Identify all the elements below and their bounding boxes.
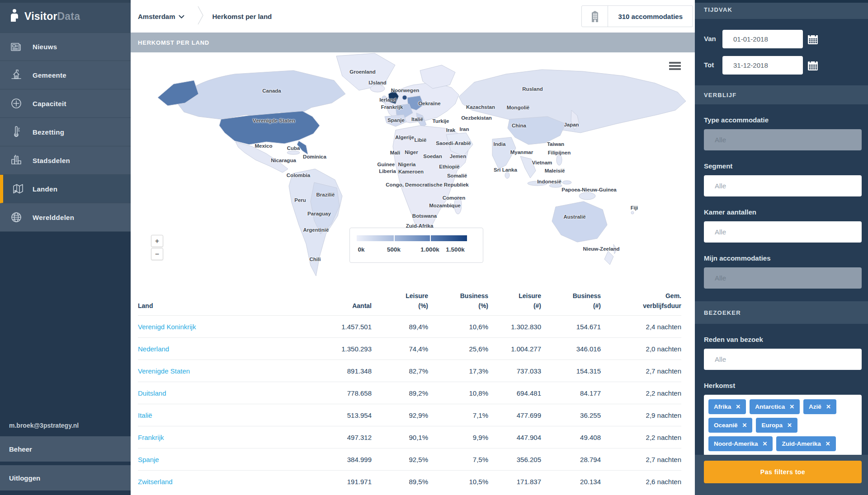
- cell-value: 36.255: [541, 404, 601, 426]
- country-link[interactable]: Verenigde Staten: [138, 367, 190, 375]
- map-country-label: Verenigde Staten: [253, 118, 295, 123]
- cell-value: 737.033: [488, 360, 541, 382]
- cell-value: 89,5%: [372, 471, 428, 493]
- map-country-label: Nieuw-Zeeland: [583, 246, 619, 252]
- chart-context-menu-icon[interactable]: [669, 62, 681, 70]
- herkomst-tag-label: Oceanië: [714, 422, 738, 429]
- remove-tag-icon[interactable]: ✕: [787, 422, 792, 429]
- map-country-label: Iran: [459, 126, 469, 132]
- herkomst-tag[interactable]: Azië✕: [803, 399, 836, 414]
- map-country-label: Peru: [294, 197, 306, 203]
- breadcrumb: Amsterdam Herkomst per land: [131, 5, 272, 28]
- country-link[interactable]: Duitsland: [138, 389, 166, 397]
- cell-land: Italië: [138, 404, 292, 426]
- cell-value: 10,8%: [428, 382, 488, 404]
- herkomst-tag[interactable]: Antarctica✕: [750, 399, 800, 414]
- reden-van-bezoek-label: Reden van bezoek: [704, 336, 862, 343]
- sidebar-item-gemeente[interactable]: Gemeente: [0, 61, 131, 89]
- sidebar-item-bezetting[interactable]: Bezetting: [0, 118, 131, 146]
- remove-tag-icon[interactable]: ✕: [742, 422, 747, 429]
- map-country-label: Ierland: [379, 97, 396, 103]
- country-link[interactable]: Italië: [138, 411, 152, 419]
- country-link[interactable]: Spanje: [138, 456, 159, 463]
- map-zoom-out-button[interactable]: −: [151, 248, 163, 260]
- sidebar-item-beheer[interactable]: Beheer: [0, 436, 131, 462]
- map-country-label: Oezbekistan: [461, 115, 492, 121]
- herkomst-tag-label: Antarctica: [755, 403, 785, 410]
- van-date-input[interactable]: [722, 30, 803, 48]
- city-buildings-icon: [0, 154, 33, 167]
- tot-label: Tot: [704, 61, 714, 69]
- cell-land: Verenigd Koninkrijk: [138, 316, 292, 338]
- cell-value: 10,6%: [428, 316, 488, 338]
- world-choropleth-map[interactable]: GroenlandIJslandNoorwegenIerlandFrankrij…: [131, 52, 695, 288]
- tot-date-input[interactable]: [722, 56, 803, 75]
- remove-tag-icon[interactable]: ✕: [736, 403, 741, 410]
- cell-value: 1.457.501: [292, 316, 372, 338]
- map-country-label: Congo, Democratische Republiek: [386, 182, 468, 187]
- cell-value: 89,4%: [372, 316, 428, 338]
- tijdvak-header: TIJDVAK: [695, 0, 868, 19]
- folded-map-icon: [3, 182, 33, 196]
- map-country-label: Botswana: [412, 213, 437, 219]
- cell-value: 1.302.830: [488, 316, 541, 338]
- country-link[interactable]: Verenigd Koninkrijk: [138, 323, 196, 331]
- country-link[interactable]: Frankrijk: [138, 434, 164, 441]
- table-row: Zwitserland191.97189,5%10,5%171.83720.13…: [138, 471, 681, 493]
- sidebar-item-label: Gemeente: [33, 71, 66, 79]
- calendar-icon[interactable]: [807, 60, 819, 73]
- sidebar-item-landen[interactable]: Landen: [0, 175, 131, 203]
- map-country-label: Japan: [564, 122, 579, 127]
- country-link[interactable]: Nederland: [138, 345, 169, 353]
- reden-van-bezoek-select[interactable]: [704, 349, 862, 370]
- municipality-dropdown[interactable]: Amsterdam: [138, 13, 175, 20]
- left-sidebar: VisitorData Nieuws: [0, 0, 131, 495]
- sidebar-item-label: Nieuws: [33, 43, 57, 51]
- calendar-icon[interactable]: [807, 33, 819, 47]
- herkomst-tag[interactable]: Europa✕: [756, 418, 797, 433]
- map-country-label: Irak: [446, 127, 455, 133]
- map-country-label: Mali: [390, 150, 400, 155]
- remove-tag-icon[interactable]: ✕: [826, 403, 831, 410]
- herkomst-tag[interactable]: Afrika✕: [708, 399, 746, 414]
- app-title: VisitorData: [24, 10, 80, 23]
- remove-tag-icon[interactable]: ✕: [789, 403, 794, 410]
- cell-value: 384.999: [292, 448, 372, 471]
- map-country-label: Dominica: [303, 154, 326, 159]
- table-row: Spanje384.99992,5%7,5%356.20528.7942,7 n…: [138, 448, 681, 471]
- map-country-label: Rusland: [522, 86, 542, 92]
- country-link[interactable]: Zwitserland: [138, 478, 173, 486]
- cell-land: Duitsland: [138, 382, 292, 404]
- remove-tag-icon[interactable]: ✕: [763, 440, 768, 447]
- sidebar-item-nieuws[interactable]: Nieuws: [0, 33, 131, 61]
- cell-value: 2,2 nachten: [601, 382, 681, 404]
- cell-value: 694.481: [488, 382, 541, 404]
- map-country-label: Liberia: [379, 168, 396, 174]
- mijn-accommodaties-label: Mijn accommodaties: [704, 254, 862, 262]
- cell-value: 2,4 nachten: [601, 316, 681, 338]
- herkomst-tags-box[interactable]: Afrika✕Antarctica✕Azië✕Oceanië✕Europa✕No…: [704, 395, 862, 456]
- table-header-row: Land Aantal Leisure(%) Business(%) Leisu…: [138, 291, 681, 316]
- legend-label: 1.500k: [446, 246, 464, 253]
- herkomst-tag[interactable]: Zuid-Amerika✕: [776, 436, 835, 451]
- legend-label: 1.000k: [420, 246, 439, 253]
- herkomst-tag[interactable]: Noord-Amerika✕: [708, 436, 773, 451]
- countries-table: Land Aantal Leisure(%) Business(%) Leisu…: [138, 291, 681, 493]
- sidebar-item-capaciteit[interactable]: Capaciteit: [0, 89, 131, 118]
- segment-select[interactable]: [704, 175, 862, 196]
- sidebar-item-werelddelen[interactable]: Werelddelen: [0, 203, 131, 232]
- col-aantal: Aantal: [292, 291, 372, 316]
- remove-tag-icon[interactable]: ✕: [826, 440, 830, 447]
- map-country-label: Niger: [405, 149, 418, 155]
- sidebar-item-stadsdelen[interactable]: Stadsdelen: [0, 146, 131, 175]
- chevron-down-icon[interactable]: [179, 13, 184, 21]
- map-country-label: Nigeria: [398, 162, 416, 167]
- map-country-label: IJsland: [368, 80, 387, 85]
- apply-filters-button[interactable]: Pas filters toe: [704, 461, 862, 483]
- kamer-aantallen-select[interactable]: [704, 221, 862, 243]
- map-zoom-in-button[interactable]: +: [151, 235, 163, 247]
- herkomst-tag[interactable]: Oceanië✕: [708, 418, 752, 433]
- sidebar-item-label: Bezetting: [33, 128, 64, 136]
- building-icon: [582, 6, 608, 27]
- sidebar-item-uitloggen[interactable]: Uitloggen: [0, 465, 131, 490]
